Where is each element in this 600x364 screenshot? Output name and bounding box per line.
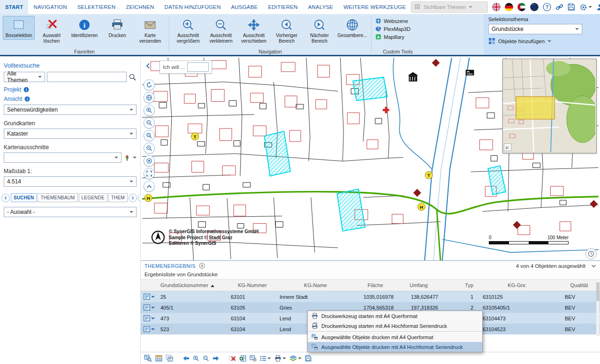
webszene-button[interactable]: Webszene [375, 18, 420, 24]
volltextsuche-input[interactable] [47, 72, 127, 82]
col-grundstuecksnummer[interactable]: Grundstücksnummer [158, 282, 228, 288]
menu-item-druckwerkzeug-quer[interactable]: Druckwerkzeug starten mit A4 Querformat [308, 311, 482, 321]
sidebar-tab-themen[interactable]: THEM [108, 193, 128, 202]
table-settings-button[interactable] [250, 354, 257, 363]
projekt-row[interactable]: Projekt i [4, 86, 137, 93]
col-kg-nummer[interactable]: KG-Nummer [228, 282, 277, 288]
remove-selection-button[interactable] [229, 354, 236, 363]
time-slider-button[interactable] [585, 248, 597, 259]
plexmap3d-button[interactable]: PlexMap3D [375, 26, 420, 32]
zoom-out-button[interactable] [144, 117, 155, 129]
col-umfang[interactable]: Umfang [396, 282, 441, 288]
table-row[interactable]: 2563101Innere Stadt1035,016978138,626477… [141, 291, 600, 302]
settings-menu-button[interactable] [579, 3, 592, 11]
zoom-extent-button[interactable] [144, 143, 155, 154]
center-position-button[interactable] [144, 155, 155, 167]
tab-zeichnen[interactable]: ZEICHNEN [121, 0, 159, 14]
tabs-scroll-left-button[interactable] [1, 194, 10, 202]
export-excel-button[interactable] [239, 354, 246, 363]
col-flaeche[interactable]: Fläche [354, 282, 396, 288]
sidebar-tab-legende[interactable]: LEGENDE [79, 193, 107, 202]
help-icon[interactable]: ? [543, 3, 551, 11]
zoom-selection-out-button[interactable] [203, 354, 209, 363]
naechster-bereich-button[interactable]: Nächster Bereich [304, 16, 335, 45]
close-icon[interactable] [199, 263, 205, 269]
zoom-selection-in-button[interactable] [193, 354, 199, 363]
identifizieren-button[interactable]: i Identifizieren [68, 16, 100, 40]
map-layers-button[interactable] [289, 354, 302, 363]
print-results-button[interactable] [274, 354, 286, 363]
flag-uk-icon[interactable] [492, 3, 501, 11]
themenergebnis-tab[interactable]: THEMENERGEBNIS [144, 263, 196, 269]
zoom-to-selection-button[interactable] [144, 354, 152, 363]
tab-analyse[interactable]: ANALYSE [303, 0, 339, 14]
results-scrollbar[interactable] [596, 282, 600, 336]
vorheriger-bereich-button[interactable]: Vorheriger Bereich [271, 16, 303, 45]
grundkarten-dropdown[interactable]: Kataster [4, 129, 137, 139]
ansicht-dropdown[interactable]: Sehenswürdigkeiten [4, 105, 137, 115]
selektionsthema-dropdown[interactable]: Grundstücke [488, 24, 582, 34]
tab-weitere-werkzeuge[interactable]: WEITERE WERKZEUGE [338, 0, 411, 14]
tab-editieren[interactable]: EDITIEREN [263, 0, 303, 14]
row-form-icon[interactable] [141, 326, 158, 332]
refresh-button[interactable] [144, 79, 155, 91]
ausschnitt-verschieben-button[interactable]: Ausschnitt verschieben [238, 16, 270, 45]
ich-will-input[interactable] [187, 62, 209, 72]
massstab-dropdown[interactable]: 4.514 [4, 176, 137, 187]
col-typ[interactable]: Typ [441, 282, 476, 288]
next-record-button[interactable] [213, 354, 220, 363]
row-form-icon[interactable] [141, 294, 158, 300]
menu-item-objekte-drucken-quer[interactable]: Ausgewählte Objekte drucken mit A4 Querf… [308, 332, 482, 342]
tab-ausgabe[interactable]: AUSGABE [226, 0, 263, 14]
dark-globe-icon[interactable] [530, 3, 539, 11]
menu-item-objekte-drucken-hoch-serie[interactable]: Ausgewählte Objekte drucken mit A4 Hochf… [308, 342, 482, 352]
user-menu-button[interactable] [596, 3, 600, 11]
row-form-icon[interactable] [141, 304, 158, 311]
tab-daten-hinzufuegen[interactable]: DATEN HINZUFÜGEN [159, 0, 226, 14]
sichtbare-themen-dropdown[interactable]: Sichtbare Themen [411, 1, 488, 13]
kartenausschnitte-dropdown[interactable] [4, 152, 122, 163]
tabs-scroll-right-button[interactable] [129, 194, 137, 202]
mapillary-button[interactable]: Mapillary [375, 34, 420, 40]
tab-selektieren[interactable]: SELEKTIEREN [72, 0, 121, 14]
list-view-button[interactable] [260, 354, 271, 363]
col-qualitaet[interactable]: Qualität [558, 282, 600, 288]
save-extent-icon[interactable] [123, 154, 131, 161]
previous-record-button[interactable] [182, 354, 190, 363]
overview-globe-button[interactable] [144, 92, 155, 103]
menu-item-druckwerkzeug-hoch-serie[interactable]: Druckwerkzeug starten mit A4 Hochformat … [308, 321, 482, 331]
link-icon[interactable] [555, 3, 563, 11]
objekte-hinzufuegen-button[interactable]: Objekte hinzufügen [488, 38, 595, 45]
table-copy-button[interactable] [166, 354, 173, 363]
sidebar-tab-suchen[interactable]: SUCHEN [11, 193, 37, 202]
collapse-up-button[interactable] [144, 181, 155, 192]
ausschnitt-verkleinern-button[interactable]: Ausschnitt verkleinern [205, 16, 237, 45]
boxselektion-button[interactable]: Boxselektion [3, 16, 35, 40]
row-form-icon[interactable] [141, 315, 158, 321]
drucken-button[interactable]: Drucken [101, 16, 133, 40]
col-kg-name[interactable]: KG-Name [277, 282, 354, 288]
ansicht-row[interactable]: Ansicht i [4, 96, 137, 102]
tab-navigation[interactable]: NAVIGATION [28, 0, 72, 14]
search-icon[interactable] [129, 73, 137, 81]
panel-collapse-button[interactable] [591, 264, 596, 268]
flag-uae-icon[interactable] [517, 3, 526, 11]
gesamtbereich-button[interactable]: Gesamtbere... [336, 16, 368, 40]
table-view-button[interactable] [155, 354, 162, 363]
fullscreen-button[interactable] [144, 168, 155, 179]
sidebar-tab-themenbaum[interactable]: THEMENBAUM [38, 193, 77, 202]
alle-themen-dropdown[interactable]: Alle Themen [4, 72, 45, 82]
flag-germany-icon[interactable] [505, 3, 513, 11]
save-results-button[interactable] [305, 354, 311, 363]
tab-start[interactable]: START [0, 0, 28, 14]
col-kg-gnr[interactable]: KG-Gnr. [476, 282, 558, 288]
zoom-in-button[interactable] [144, 105, 155, 116]
auswahl-dropdown[interactable]: - Auswahl - [4, 207, 137, 217]
chevron-down-icon[interactable] [133, 157, 137, 159]
karte-versenden-button[interactable]: Karte versenden [134, 16, 166, 45]
ich-will-widget[interactable]: Ich will ... [159, 61, 212, 74]
ausschnitt-vergroessern-button[interactable]: Ausschnitt vergrößern [172, 16, 204, 45]
sidebar-collapse-button[interactable] [144, 61, 152, 70]
auswahl-loeschen-button[interactable]: Auswahl löschen [36, 16, 68, 45]
map-viewport[interactable]: T T H H Ich will ... [141, 58, 600, 260]
